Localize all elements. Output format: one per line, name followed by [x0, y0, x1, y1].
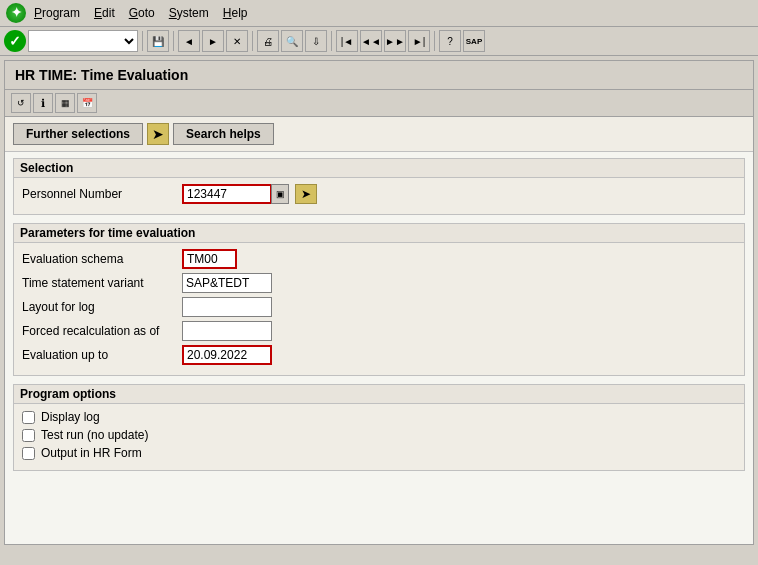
back-button[interactable]: ◄: [178, 30, 200, 52]
print-button[interactable]: 🖨: [257, 30, 279, 52]
find-button[interactable]: 🔍: [281, 30, 303, 52]
main-content: HR TIME: Time Evaluation ↺ ℹ ▦ 📅 Further…: [4, 60, 754, 545]
search-helps-button[interactable]: Search helps: [173, 123, 274, 145]
menu-system[interactable]: System: [163, 4, 215, 22]
program-options-content: Display log Test run (no update) Output …: [14, 404, 744, 470]
layout-input[interactable]: [182, 297, 272, 317]
calendar-icon[interactable]: 📅: [77, 93, 97, 113]
personnel-number-row: Personnel Number ▣ ➤: [22, 184, 736, 204]
output-hr-form-checkbox[interactable]: [22, 447, 35, 460]
parameters-section: Parameters for time evaluation Evaluatio…: [13, 223, 745, 376]
evaluation-schema-row: Evaluation schema: [22, 249, 736, 269]
forced-recalc-label: Forced recalculation as of: [22, 324, 182, 338]
toolbar-sep-5: [434, 31, 435, 51]
transaction-select[interactable]: [28, 30, 138, 52]
grid-icon[interactable]: ▦: [55, 93, 75, 113]
find-next-button[interactable]: ⇩: [305, 30, 327, 52]
forward-button[interactable]: ►: [202, 30, 224, 52]
toolbar: ✓ 💾 ◄ ► ✕ 🖨 🔍 ⇩ |◄ ◄◄ ►► ►| ? SAP: [0, 27, 758, 56]
toolbar-sep-1: [142, 31, 143, 51]
sap-button[interactable]: SAP: [463, 30, 485, 52]
prev-page-button[interactable]: ◄◄: [360, 30, 382, 52]
menu-help[interactable]: Help: [217, 4, 254, 22]
display-log-row: Display log: [22, 410, 736, 424]
output-hr-form-label: Output in HR Form: [41, 446, 142, 460]
first-page-button[interactable]: |◄: [336, 30, 358, 52]
evaluation-upto-label: Evaluation up to: [22, 348, 182, 362]
test-run-checkbox[interactable]: [22, 429, 35, 442]
program-options-title: Program options: [14, 385, 744, 404]
menu-edit[interactable]: Edit: [88, 4, 121, 22]
personnel-number-label: Personnel Number: [22, 187, 182, 201]
selection-section-title: Selection: [14, 159, 744, 178]
selection-section: Selection Personnel Number ▣ ➤: [13, 158, 745, 215]
forced-recalc-row: Forced recalculation as of: [22, 321, 736, 341]
display-log-label: Display log: [41, 410, 100, 424]
parameters-section-title: Parameters for time evaluation: [14, 224, 744, 243]
help-button[interactable]: ?: [439, 30, 461, 52]
personnel-number-value-btn[interactable]: ▣: [271, 184, 289, 204]
refresh-icon[interactable]: ↺: [11, 93, 31, 113]
evaluation-schema-label: Evaluation schema: [22, 252, 182, 266]
display-log-checkbox[interactable]: [22, 411, 35, 424]
time-statement-input[interactable]: [182, 273, 272, 293]
page-title: HR TIME: Time Evaluation: [5, 61, 753, 90]
sap-logo-icon: ✦: [6, 3, 26, 23]
evaluation-upto-input[interactable]: [182, 345, 272, 365]
execute-button[interactable]: ✓: [4, 30, 26, 52]
last-page-button[interactable]: ►|: [408, 30, 430, 52]
selection-section-content: Personnel Number ▣ ➤: [14, 178, 744, 214]
buttons-panel: Further selections ➤ Search helps: [5, 117, 753, 152]
personnel-number-input[interactable]: [182, 184, 272, 204]
output-hr-form-row: Output in HR Form: [22, 446, 736, 460]
sub-toolbar: ↺ ℹ ▦ 📅: [5, 90, 753, 117]
test-run-label: Test run (no update): [41, 428, 148, 442]
toolbar-sep-2: [173, 31, 174, 51]
parameters-section-content: Evaluation schema Time statement variant…: [14, 243, 744, 375]
menu-program[interactable]: Program: [28, 4, 86, 22]
save-button[interactable]: 💾: [147, 30, 169, 52]
toolbar-sep-4: [331, 31, 332, 51]
layout-label: Layout for log: [22, 300, 182, 314]
evaluation-schema-input[interactable]: [182, 249, 237, 269]
time-statement-label: Time statement variant: [22, 276, 182, 290]
toolbar-sep-3: [252, 31, 253, 51]
arrow-right-icon[interactable]: ➤: [147, 123, 169, 145]
next-page-button[interactable]: ►►: [384, 30, 406, 52]
forced-recalc-input[interactable]: [182, 321, 272, 341]
cancel-button[interactable]: ✕: [226, 30, 248, 52]
title-text: HR TIME: Time Evaluation: [15, 67, 188, 83]
further-selections-button[interactable]: Further selections: [13, 123, 143, 145]
layout-row: Layout for log: [22, 297, 736, 317]
info-icon[interactable]: ℹ: [33, 93, 53, 113]
test-run-row: Test run (no update): [22, 428, 736, 442]
program-options-section: Program options Display log Test run (no…: [13, 384, 745, 471]
menu-goto[interactable]: Goto: [123, 4, 161, 22]
personnel-number-matchcode-btn[interactable]: ➤: [295, 184, 317, 204]
time-statement-row: Time statement variant: [22, 273, 736, 293]
evaluation-upto-row: Evaluation up to: [22, 345, 736, 365]
menu-bar: ✦ Program Edit Goto System Help: [0, 0, 758, 27]
